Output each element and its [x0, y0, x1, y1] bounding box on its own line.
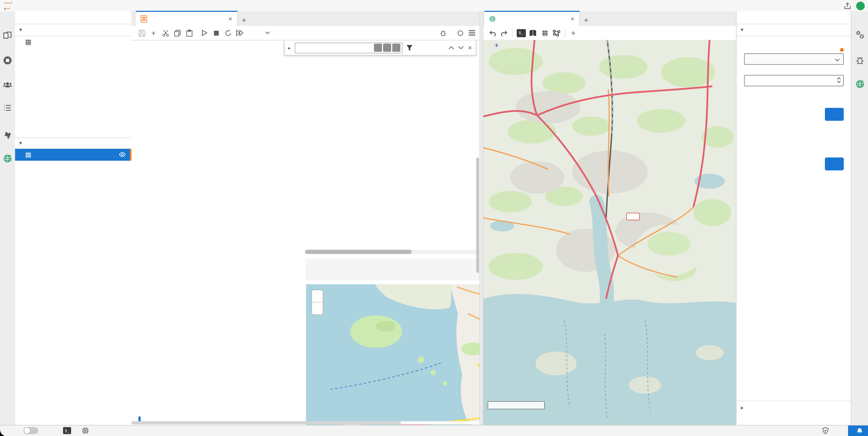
map-zoom-control[interactable] [311, 290, 323, 315]
partial-table-row [218, 40, 282, 47]
notifications-badge[interactable] [848, 425, 868, 436]
cell-type-select[interactable] [253, 31, 270, 34]
next-match-icon[interactable] [458, 46, 464, 50]
debugger-bug-icon[interactable] [440, 29, 447, 36]
jupyter-logo-icon [4, 1, 13, 10]
filters-section-header[interactable]: ▸ [737, 400, 851, 414]
jgis-map-canvas: ✈ [483, 40, 736, 425]
whole-word-toggle[interactable] [383, 44, 391, 52]
opacity-input[interactable] [744, 75, 844, 86]
collaboration-users-icon[interactable] [3, 80, 12, 89]
dataframe-horizontal-scrollbar[interactable] [305, 250, 479, 254]
gis-tab-bar: × + [483, 11, 736, 26]
chevron-right-icon: ▸ [741, 405, 743, 410]
share-icon[interactable] [844, 2, 851, 9]
jupyterlab-window: ▾ ▾ × + [0, 0, 868, 436]
bell-icon [857, 428, 863, 434]
simple-mode-toggle[interactable] [24, 427, 38, 434]
new-vector-layer-icon[interactable] [551, 28, 562, 38]
kernel-status-icon [458, 30, 463, 36]
redo-button[interactable] [498, 28, 510, 38]
add-layer-button[interactable]: + [567, 28, 579, 38]
search-box[interactable] [294, 42, 402, 53]
notebook-vertical-scrollbar[interactable] [476, 157, 479, 273]
notebook-file-icon [141, 15, 147, 23]
source-item-openstreetmap[interactable] [15, 36, 131, 48]
save-button[interactable] [136, 28, 148, 38]
notebook-toolbar: + [131, 26, 479, 40]
tab-helsinki-finland-ipynb[interactable]: × [136, 11, 238, 26]
code-cell[interactable] [306, 259, 479, 281]
search-overlay: ▸ × [284, 40, 476, 56]
source-select[interactable] [744, 53, 844, 65]
insert-cell-button[interactable]: + [148, 28, 159, 38]
tab-helsinki-finland-jgis[interactable]: × [485, 11, 580, 26]
new-raster-layer-icon[interactable] [539, 28, 551, 38]
close-icon[interactable]: × [228, 15, 232, 23]
airport-plane-icon: ✈ [494, 42, 499, 49]
run-all-cells-button[interactable] [234, 28, 246, 38]
cut-cell-button[interactable] [159, 28, 171, 38]
zoom-in-button[interactable] [312, 290, 323, 302]
number-spinner[interactable] [837, 77, 841, 83]
menu-bar [0, 0, 868, 12]
new-tab-button[interactable]: + [238, 14, 251, 26]
jgis-globe-icon[interactable] [855, 79, 865, 89]
chevron-down-icon: ▾ [20, 138, 22, 149]
regex-toggle[interactable] [392, 44, 400, 52]
basemap-gallery-icon[interactable] [527, 28, 539, 38]
previous-match-icon[interactable] [448, 46, 455, 50]
extensions-puzzle-icon[interactable] [3, 131, 12, 141]
close-search-icon[interactable]: × [468, 44, 472, 52]
layer-item-openstreetmap[interactable] [15, 149, 131, 161]
sources-section-header[interactable]: ▾ [15, 24, 131, 36]
notebook-content: ▸ × [131, 40, 479, 425]
notebook-menu-icon[interactable] [469, 30, 475, 36]
chevron-down-icon: ▾ [20, 24, 22, 36]
jgis-map-view[interactable]: ✈ [483, 40, 736, 425]
run-cell-button[interactable] [198, 28, 210, 38]
tile-grid-icon [25, 151, 32, 158]
right-activity-bar [851, 11, 868, 425]
zoom-out-button[interactable] [312, 302, 323, 314]
copy-cell-button[interactable] [171, 28, 183, 38]
user-avatar[interactable] [856, 1, 865, 10]
collaborator-indicator [130, 149, 131, 161]
file-browser-icon[interactable] [3, 31, 12, 40]
sidebar-breadcrumb [15, 11, 131, 24]
gis-toolbar: $_ + [483, 26, 736, 40]
table-of-contents-icon[interactable] [3, 103, 12, 113]
trust-shield-icon[interactable] [822, 427, 829, 434]
new-tab-button[interactable]: + [580, 14, 593, 26]
left-sidebar-panel: ▾ ▾ [15, 11, 132, 425]
scrollbar-thumb[interactable] [305, 250, 412, 254]
panel-divider[interactable] [479, 11, 483, 425]
restart-kernel-button[interactable] [222, 28, 234, 38]
right-panel-breadcrumb [737, 11, 851, 24]
stop-kernel-button[interactable] [210, 28, 222, 38]
screen-corner [0, 430, 6, 436]
notebook-horizontal-scrollbar[interactable] [131, 421, 479, 425]
console-icon[interactable]: $_ [515, 28, 527, 38]
running-kernels-icon[interactable] [3, 56, 12, 65]
layers-section-header[interactable]: ▾ [15, 138, 131, 149]
search-input[interactable] [297, 43, 373, 52]
paste-cell-button[interactable] [183, 28, 195, 38]
filter-icon[interactable] [406, 45, 412, 51]
jgis-globe-icon[interactable] [3, 154, 12, 164]
undo-button[interactable] [487, 28, 498, 38]
match-case-toggle[interactable] [374, 44, 382, 52]
left-activity-bar [0, 11, 16, 425]
source-ok-button[interactable] [825, 157, 844, 170]
leaflet-map-output[interactable] [306, 284, 479, 425]
tile-grid-icon [25, 38, 32, 46]
expand-search-icon[interactable]: ▸ [288, 45, 291, 51]
objects-properties-header[interactable]: ▾ [737, 24, 851, 36]
visibility-eye-icon[interactable] [119, 151, 126, 158]
layer-ok-button[interactable] [825, 108, 844, 121]
chevron-down-icon [835, 58, 840, 61]
close-icon[interactable]: × [570, 15, 575, 23]
debugger-bug-icon[interactable] [855, 56, 865, 65]
notebook-tab-bar: × + [131, 11, 479, 26]
property-inspector-gears-icon[interactable] [855, 30, 865, 39]
